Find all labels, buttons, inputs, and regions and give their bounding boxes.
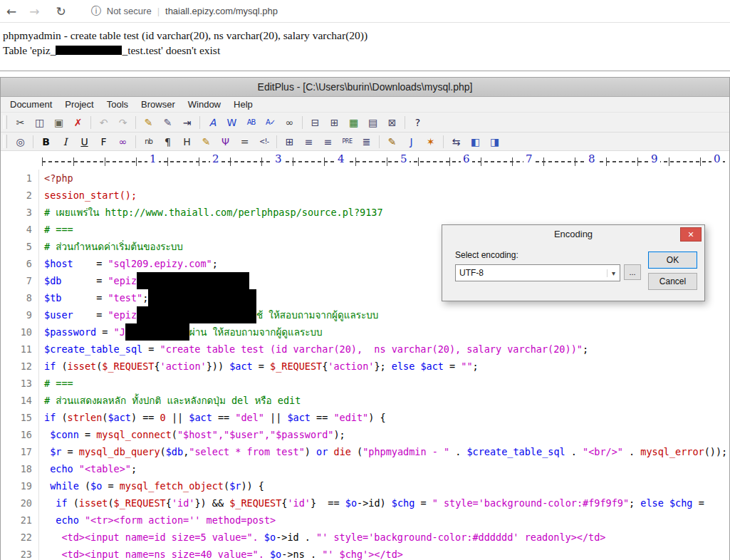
panel-left-icon[interactable]: ◧ bbox=[466, 133, 484, 150]
menu-item-window[interactable]: Window bbox=[182, 98, 227, 110]
url-text[interactable]: thaiall.epizy.com/mysql.php bbox=[165, 6, 278, 16]
debug-icon[interactable]: ✶ bbox=[422, 133, 439, 150]
code-token: ->id) bbox=[357, 497, 392, 509]
code-line[interactable]: 19 while ($o = mysql_fetch_object($r)) { bbox=[1, 477, 729, 494]
line-number: 22 bbox=[1, 529, 39, 546]
code-line[interactable]: 12if (isset($_REQUEST{'action'})) $act =… bbox=[1, 358, 729, 375]
code-token: . bbox=[623, 446, 640, 457]
pencil-icon[interactable]: ✎ bbox=[197, 133, 215, 150]
paste-icon[interactable]: ▣ bbox=[50, 114, 68, 130]
copy-icon[interactable]: ◫ bbox=[31, 114, 48, 130]
attribute-a-icon[interactable]: A bbox=[204, 114, 221, 130]
marker-icon[interactable]: ✎ bbox=[159, 114, 177, 130]
bold-icon[interactable]: B bbox=[37, 133, 55, 150]
code-line[interactable]: 15if (strlen($act) == 0 || $act == "del"… bbox=[1, 409, 729, 426]
table-icon[interactable]: ⊞ bbox=[281, 133, 298, 150]
code-line[interactable]: 13# === bbox=[1, 375, 729, 392]
code-token: <td><input name=ns size=40 value=". bbox=[44, 549, 270, 560]
spellcheck-icon[interactable]: AB bbox=[242, 114, 260, 130]
redo-icon[interactable]: ↷ bbox=[114, 114, 132, 130]
info-icon[interactable]: ⓘ bbox=[91, 5, 101, 18]
spellcheck-auto-icon[interactable]: A✓ bbox=[261, 114, 279, 130]
code-token: . bbox=[565, 446, 583, 457]
select-encoding-label: Select encoding: bbox=[455, 250, 518, 260]
hr-icon[interactable]: = bbox=[236, 133, 254, 150]
code-token: == bbox=[212, 412, 236, 423]
code-line[interactable]: 21 echo "<tr><form action='' method=post… bbox=[1, 512, 729, 529]
list-icon[interactable]: ≣ bbox=[358, 133, 375, 150]
code-line[interactable]: 2session_start(); bbox=[1, 187, 729, 204]
window-close-icon[interactable]: ⊠ bbox=[383, 114, 401, 130]
menu-item-project[interactable]: Project bbox=[58, 98, 100, 110]
code-token: $password bbox=[44, 326, 96, 338]
code-line[interactable]: 22 <td><input name=id size=5 value=". $o… bbox=[1, 529, 729, 546]
code-line[interactable]: 10$password = "Jผ่าน ให้สอบถามจากผู้ดูแล… bbox=[1, 323, 729, 341]
sync-icon[interactable]: ⇆ bbox=[447, 133, 465, 150]
window-tile-icon[interactable]: ▤ bbox=[364, 114, 382, 130]
code-token: }) && bbox=[194, 497, 229, 509]
code-line[interactable]: 3# เผยแพร่ใน http://www.thaiall.com/perl… bbox=[1, 204, 729, 221]
context-help-icon[interactable]: ? bbox=[409, 114, 427, 130]
encoding-select[interactable]: UTF-8 ▾ bbox=[455, 264, 620, 281]
code-token: $_REQUEST bbox=[229, 497, 281, 509]
toolbar-separator bbox=[135, 116, 136, 129]
align-center-icon[interactable]: ≡ bbox=[319, 133, 337, 150]
code-token: "create table test (id varchar(20), ns v… bbox=[160, 343, 583, 355]
code-line[interactable]: 1<?php bbox=[1, 170, 729, 187]
code-line[interactable]: 17 $r = mysql_db_query($db,"select * fro… bbox=[1, 443, 729, 460]
menu-item-document[interactable]: Document bbox=[4, 98, 58, 110]
code-text: echo "<table>"; bbox=[39, 460, 137, 477]
wrap-w-icon[interactable]: W bbox=[223, 114, 241, 130]
back-icon[interactable]: ← bbox=[6, 4, 16, 19]
browser-preview-icon[interactable]: ◎ bbox=[11, 133, 29, 150]
line-number: 9 bbox=[1, 306, 39, 323]
pre-icon[interactable]: PRE bbox=[338, 133, 356, 150]
browse-button[interactable]: ... bbox=[624, 264, 641, 280]
ok-button[interactable]: OK bbox=[648, 252, 697, 269]
eye-icon[interactable]: ∞ bbox=[114, 133, 132, 150]
javascript-icon[interactable]: J bbox=[402, 133, 420, 150]
menu-item-browser[interactable]: Browser bbox=[135, 98, 182, 110]
code-line[interactable]: 20 if (isset($_REQUEST{'id'}) && $_REQUE… bbox=[1, 494, 729, 512]
code-line[interactable]: 23 <td><input name=ns size=40 value=". $… bbox=[1, 546, 729, 560]
code-line[interactable]: 11$create_table_sql = "create table test… bbox=[1, 341, 729, 358]
paragraph-icon[interactable]: ¶ bbox=[159, 133, 177, 150]
window-split-vertical-icon[interactable]: ⊞ bbox=[325, 114, 343, 130]
italic-icon[interactable]: I bbox=[56, 133, 74, 150]
cut-icon[interactable]: ✂ bbox=[11, 114, 29, 130]
underline-icon[interactable]: U bbox=[75, 133, 93, 150]
highlight-icon[interactable]: ✎ bbox=[140, 114, 157, 130]
nbsp-icon[interactable]: nb bbox=[140, 133, 157, 150]
refresh-icon[interactable]: ↻ bbox=[56, 4, 66, 19]
forward-icon[interactable]: → bbox=[29, 4, 39, 19]
heading-icon[interactable]: H bbox=[178, 133, 196, 150]
code-token: ->id . bbox=[276, 532, 316, 543]
window-split-horizontal-icon[interactable]: ⊟ bbox=[306, 114, 324, 130]
code-line[interactable]: 18 echo "<table>"; bbox=[1, 460, 729, 477]
code-token: ->ns . bbox=[281, 549, 322, 560]
undo-icon[interactable]: ↶ bbox=[95, 114, 113, 130]
menu-item-help[interactable]: Help bbox=[227, 98, 259, 110]
code-line[interactable]: 14# ส่วนแสดงผลหลัก ทั้งปกติ และหลังกดปุ่… bbox=[1, 392, 729, 409]
menu-item-tools[interactable]: Tools bbox=[100, 98, 135, 110]
view-glasses-icon[interactable]: ∞ bbox=[281, 114, 298, 130]
code-token: ( bbox=[108, 497, 113, 509]
window-cascade-icon[interactable]: ▦ bbox=[345, 114, 363, 130]
code-line[interactable]: 9$user = "epizช้ ให้สอบถามจากผู้ดูแลระบบ bbox=[1, 306, 729, 323]
script-icon[interactable]: ✎ bbox=[383, 133, 401, 150]
code-line[interactable]: 16 $conn = mysql_connect("$host","$user"… bbox=[1, 426, 729, 443]
cancel-button[interactable]: Cancel bbox=[648, 273, 697, 290]
page-line-2-pre: Table 'epiz_ bbox=[3, 44, 56, 56]
ruler-number: 0 bbox=[711, 152, 723, 165]
delete-icon[interactable]: ✗ bbox=[69, 114, 87, 130]
comment-icon[interactable]: <!- bbox=[255, 133, 273, 150]
anchor-icon[interactable]: Ψ bbox=[217, 133, 234, 150]
indent-icon[interactable]: ⇥ bbox=[178, 114, 196, 130]
font-icon[interactable]: F bbox=[95, 133, 113, 150]
align-left-icon[interactable]: ≡ bbox=[300, 133, 318, 150]
code-token: # === bbox=[44, 378, 73, 389]
editplus-window: EditPlus - [C:\Users\burin\Downloads\mys… bbox=[0, 77, 730, 560]
panel-right-icon[interactable]: ◨ bbox=[486, 133, 504, 150]
code-text: if (strlen($act) == 0 || $act == "del" |… bbox=[39, 409, 386, 426]
close-icon[interactable]: ✕ bbox=[680, 227, 702, 242]
